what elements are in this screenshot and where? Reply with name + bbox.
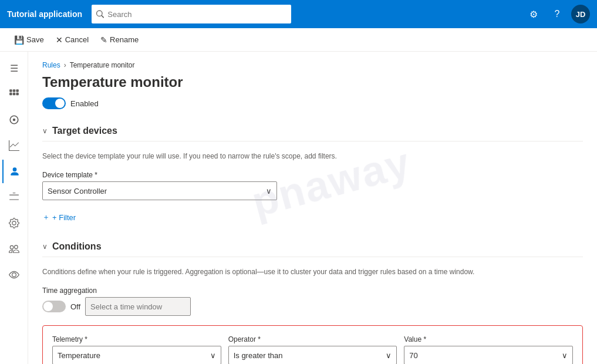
toolbar: 💾 Save ✕ Cancel ✎ Rename [0, 28, 597, 52]
enabled-label: Enabled [70, 99, 99, 108]
settings-icon [9, 218, 19, 228]
search-icon [96, 10, 104, 18]
breadcrumb-separator: › [64, 61, 66, 69]
sidebar-item-rules[interactable] [2, 160, 26, 183]
operator-select[interactable]: Is greater than ∨ [228, 346, 397, 364]
sidebar-item-users[interactable] [2, 237, 26, 261]
telemetry-field: Telemetry * Temperature ∨ [52, 335, 221, 364]
users-icon [9, 244, 19, 254]
eye-icon [9, 269, 19, 280]
main-layout: ☰ [0, 52, 597, 364]
toggle-off-knob [43, 302, 53, 311]
target-devices-section: ∨ Target devices Select the device templ… [42, 121, 583, 225]
app-title: Tutorial application [7, 9, 82, 19]
time-aggregation-field: Time aggregation Off [42, 287, 583, 316]
content-area[interactable]: Rules › Temperature monitor Temperature … [28, 52, 597, 364]
target-devices-header[interactable]: ∨ Target devices [42, 121, 583, 141]
device-template-select[interactable]: Sensor Controller ∨ [42, 181, 277, 200]
rules-icon [9, 166, 20, 177]
time-window-input[interactable] [85, 297, 191, 316]
target-devices-title: Target devices [52, 126, 117, 136]
telemetry-label: Telemetry * [52, 335, 221, 343]
value-select[interactable]: 70 ∨ [404, 346, 573, 364]
breadcrumb-current: Temperature monitor [70, 61, 135, 69]
telemetry-value: Temperature [58, 351, 100, 360]
enabled-row: Enabled [42, 97, 583, 109]
time-off-label: Off [70, 302, 80, 311]
search-input[interactable] [107, 10, 286, 19]
toggle-knob [55, 99, 65, 108]
time-aggregation-label: Time aggregation [42, 287, 583, 295]
conditions-grid: Telemetry * Temperature ∨ Operator * [52, 335, 573, 364]
time-agg-toggle[interactable] [42, 301, 66, 312]
cancel-button[interactable]: ✕ Cancel [51, 33, 93, 47]
gear-icon: ⚙ [529, 9, 538, 20]
rename-icon: ✎ [100, 35, 107, 45]
svg-point-1 [12, 119, 15, 122]
time-agg-row: Off [42, 297, 583, 316]
sidebar: ☰ [0, 52, 28, 364]
filter-button[interactable]: ＋ + Filter [42, 210, 76, 225]
conditions-title: Conditions [52, 241, 102, 252]
device-template-field: Device template * Sensor Controller ∨ [42, 171, 583, 200]
sidebar-item-iot[interactable] [2, 108, 26, 132]
operator-field: Operator * Is greater than ∨ [228, 335, 397, 364]
save-icon: 💾 [14, 35, 24, 45]
conditions-header[interactable]: ∨ Conditions [42, 237, 583, 257]
chevron-down-icon: ∨ [562, 351, 568, 360]
telemetry-select[interactable]: Temperature ∨ [52, 346, 221, 364]
sidebar-item-view[interactable] [2, 263, 26, 287]
target-devices-desc: Select the device template your rule wil… [42, 151, 583, 161]
conditions-desc: Conditions define when your rule is trig… [42, 267, 583, 277]
filter-icon: ＋ [42, 212, 50, 223]
chevron-down-icon: ∨ [386, 351, 392, 360]
page-content: Rules › Temperature monitor Temperature … [28, 52, 597, 364]
search-bar[interactable] [92, 5, 291, 23]
value-value: 70 [409, 351, 417, 360]
device-template-value: Sensor Controller [48, 187, 107, 196]
settings-button[interactable]: ⚙ [524, 5, 543, 23]
help-button[interactable]: ? [548, 5, 566, 23]
chevron-down-icon: ∨ [210, 351, 216, 360]
chart-icon [9, 140, 19, 151]
operator-label: Operator * [228, 335, 397, 343]
cancel-icon: ✕ [56, 35, 63, 45]
conditions-section: ∨ Conditions Conditions define when your… [42, 237, 583, 364]
page-title: Temperature monitor [42, 74, 583, 90]
avatar[interactable]: JD [571, 5, 590, 23]
enabled-toggle[interactable] [42, 97, 66, 109]
operator-value: Is greater than [234, 351, 283, 360]
device-template-label: Device template * [42, 171, 583, 179]
sidebar-item-dashboard[interactable] [2, 82, 26, 106]
sidebar-item-jobs[interactable] [2, 186, 26, 209]
jobs-icon [9, 192, 19, 203]
breadcrumb: Rules › Temperature monitor [42, 61, 583, 69]
chevron-down-icon: ∨ [42, 242, 48, 251]
value-field: Value * 70 ∨ [404, 335, 573, 364]
help-icon: ? [555, 9, 560, 19]
save-button[interactable]: 💾 Save [9, 33, 49, 47]
grid-icon [9, 89, 19, 99]
topbar: Tutorial application ⚙ ? JD [0, 0, 597, 28]
value-label: Value * [404, 335, 573, 343]
sidebar-item-menu[interactable]: ☰ [2, 56, 26, 80]
chevron-down-icon: ∨ [42, 127, 48, 135]
chevron-down-icon: ∨ [266, 187, 272, 196]
rename-button[interactable]: ✎ Rename [96, 33, 143, 47]
device-icon [9, 114, 19, 125]
topbar-actions: ⚙ ? JD [524, 5, 590, 23]
sidebar-item-settings[interactable] [2, 211, 26, 235]
sidebar-item-analytics[interactable] [2, 134, 26, 157]
conditions-box: Telemetry * Temperature ∨ Operator * [42, 325, 583, 364]
breadcrumb-parent[interactable]: Rules [42, 61, 60, 69]
